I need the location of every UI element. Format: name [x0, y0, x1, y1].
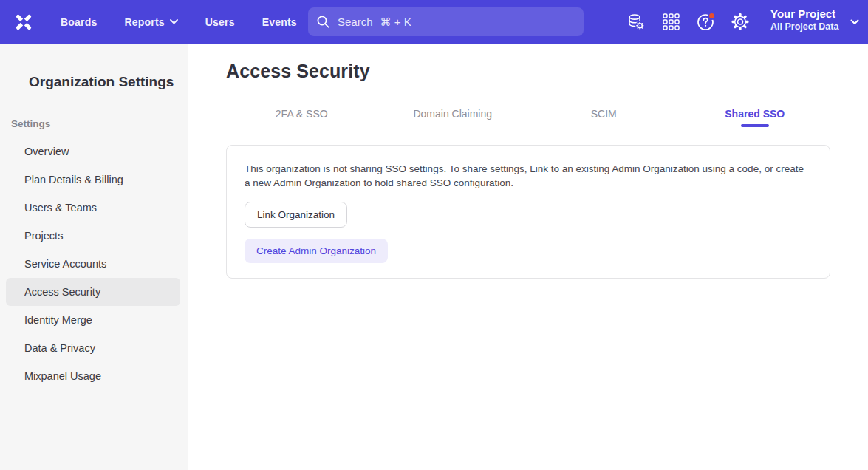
data-management-button[interactable] — [627, 13, 645, 31]
nav-menu: Boards Reports Users Events — [61, 16, 297, 28]
sidebar-item-data-privacy[interactable]: Data & Privacy — [0, 334, 188, 362]
nav-item-label: Events — [262, 16, 297, 28]
create-admin-organization-button[interactable]: Create Admin Organization — [245, 239, 388, 263]
tab-domain-claiming[interactable]: Domain Claiming — [377, 103, 529, 126]
main-content: Access Security 2FA & SSO Domain Claimin… — [189, 44, 868, 470]
sidebar-item-projects[interactable]: Projects — [0, 222, 188, 250]
page-title: Access Security — [226, 61, 370, 82]
nav-item-label: Boards — [61, 16, 97, 28]
tab-shared-sso[interactable]: Shared SSO — [680, 103, 831, 126]
sidebar-list: Overview Plan Details & Billing Users & … — [0, 137, 188, 390]
sidebar-item-mixpanel-usage[interactable]: Mixpanel Usage — [0, 362, 188, 390]
nav-icon-cluster — [627, 0, 749, 44]
chevron-down-icon — [170, 19, 178, 24]
help-button[interactable] — [697, 13, 714, 31]
sidebar-item-access-security[interactable]: Access Security — [6, 278, 180, 306]
nav-item-label: Reports — [124, 16, 164, 28]
tab-label: Shared SSO — [725, 108, 785, 120]
tab-scim[interactable]: SCIM — [528, 103, 680, 126]
top-nav-bar: Boards Reports Users Events Search ⌘ + K — [0, 0, 868, 44]
search-shortcut: ⌘ + K — [380, 16, 411, 29]
nav-item-label: Users — [205, 16, 235, 28]
link-organization-button[interactable]: Link Organization — [245, 202, 347, 228]
active-tab-indicator — [741, 124, 769, 127]
chevron-down-icon — [850, 19, 859, 25]
sidebar-item-overview[interactable]: Overview — [0, 137, 188, 166]
tab-label: 2FA & SSO — [276, 108, 328, 120]
tab-bar: 2FA & SSO Domain Claiming SCIM Shared SS… — [226, 103, 830, 126]
search-placeholder: Search — [338, 16, 373, 29]
apps-grid-button[interactable] — [662, 13, 680, 31]
nav-item-boards[interactable]: Boards — [61, 16, 97, 28]
search-input[interactable]: Search ⌘ + K — [308, 7, 584, 36]
nav-item-reports[interactable]: Reports — [124, 16, 177, 28]
sidebar-item-users-teams[interactable]: Users & Teams — [0, 194, 188, 222]
nav-item-events[interactable]: Events — [262, 16, 297, 28]
mixpanel-logo-icon — [13, 12, 34, 33]
data-management-icon — [627, 13, 645, 31]
sidebar-item-service-accounts[interactable]: Service Accounts — [0, 250, 188, 278]
tab-label: Domain Claiming — [413, 108, 492, 120]
tab-2fa-sso[interactable]: 2FA & SSO — [226, 103, 377, 126]
settings-sidebar: Organization Settings Settings Overview … — [0, 44, 188, 470]
sidebar-section-label: Settings — [11, 118, 50, 129]
shared-sso-card: This organization is not sharing SSO set… — [226, 145, 830, 279]
settings-button[interactable] — [731, 13, 749, 31]
sidebar-item-plan-details-billing[interactable]: Plan Details & Billing — [0, 166, 188, 194]
project-name: Your Project — [770, 7, 838, 21]
shared-sso-description: This organization is not sharing SSO set… — [245, 162, 807, 190]
nav-item-users[interactable]: Users — [205, 16, 235, 28]
sidebar-item-identity-merge[interactable]: Identity Merge — [0, 306, 188, 334]
apps-grid-icon — [663, 13, 680, 30]
tab-label: SCIM — [591, 108, 617, 120]
settings-gear-icon — [731, 13, 749, 31]
mixpanel-logo[interactable] — [13, 11, 35, 33]
project-switcher[interactable]: Your Project All Project Data — [770, 7, 859, 33]
search-icon — [316, 15, 330, 29]
notification-badge — [708, 12, 716, 20]
sidebar-title: Organization Settings — [29, 74, 174, 90]
project-scope: All Project Data — [770, 21, 838, 33]
